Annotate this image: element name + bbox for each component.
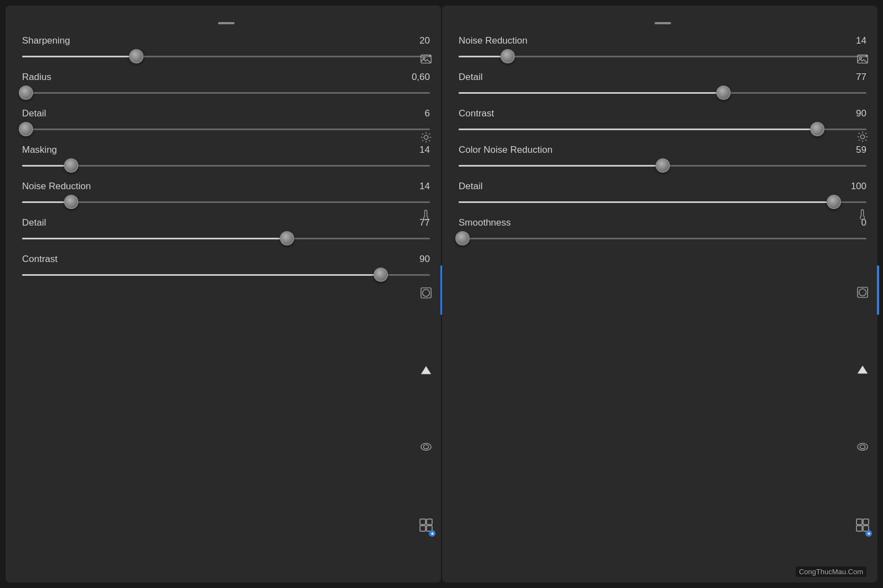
right-contrast-track[interactable] bbox=[459, 124, 866, 135]
detail-slider-row-2: Detail 77 bbox=[22, 217, 430, 244]
right-panel: Noise Reduction 14 Detail 77 Contrast 90 bbox=[442, 6, 877, 582]
mask-icon[interactable] bbox=[420, 287, 432, 301]
svg-marker-13 bbox=[421, 366, 431, 374]
scroll-top-indicator bbox=[218, 22, 235, 24]
right-lens-icon[interactable] bbox=[855, 441, 870, 455]
thermometer-icon[interactable] bbox=[421, 209, 432, 224]
right-contrast-row: Contrast 90 bbox=[459, 108, 866, 135]
svg-rect-18 bbox=[420, 526, 425, 531]
right-panel-icons: ★ bbox=[855, 6, 870, 582]
svg-line-9 bbox=[422, 140, 423, 141]
right-noise-reduction-label: Noise Reduction bbox=[459, 35, 528, 46]
svg-point-35 bbox=[860, 445, 865, 448]
right-color-noise-track[interactable] bbox=[459, 160, 866, 171]
svg-rect-16 bbox=[420, 519, 425, 525]
svg-rect-37 bbox=[863, 519, 869, 525]
masking-slider-row: Masking 14 bbox=[22, 145, 430, 171]
svg-line-30 bbox=[865, 133, 866, 134]
detail-track-1[interactable] bbox=[22, 124, 430, 135]
star-badge: ★ bbox=[429, 530, 435, 537]
sharpening-slider-row: Sharpening 20 bbox=[22, 35, 430, 62]
right-star-badge: ★ bbox=[865, 530, 872, 537]
svg-point-2 bbox=[424, 135, 428, 139]
right-noise-reduction-track[interactable] bbox=[459, 51, 866, 62]
svg-point-32 bbox=[859, 289, 866, 296]
left-panel: Sharpening 20 Radius 0,60 Detail 6 bbox=[6, 6, 442, 582]
svg-line-27 bbox=[859, 133, 860, 134]
detail-track-2[interactable] bbox=[22, 233, 430, 244]
svg-point-34 bbox=[858, 443, 868, 451]
noise-reduction-track[interactable] bbox=[22, 196, 430, 207]
right-smoothness-label: Smoothness bbox=[459, 217, 511, 228]
svg-rect-17 bbox=[427, 519, 432, 525]
radius-track[interactable] bbox=[22, 87, 430, 98]
svg-line-8 bbox=[429, 140, 430, 141]
grid-star-icon[interactable]: ★ bbox=[419, 518, 433, 534]
right-detail-track-1[interactable] bbox=[459, 87, 866, 98]
right-smoothness-track[interactable] bbox=[459, 233, 866, 244]
right-scroll-bar bbox=[877, 265, 879, 315]
svg-rect-36 bbox=[857, 519, 862, 525]
image-icon[interactable] bbox=[420, 54, 432, 68]
right-detail-label-2: Detail bbox=[459, 181, 482, 192]
contrast-track[interactable] bbox=[22, 269, 430, 280]
sharpening-track[interactable] bbox=[22, 51, 430, 62]
right-mask-icon[interactable] bbox=[857, 286, 869, 301]
right-smoothness-row: Smoothness 0 bbox=[459, 217, 866, 244]
radius-slider-row: Radius 0,60 bbox=[22, 72, 430, 98]
svg-point-22 bbox=[860, 135, 864, 138]
right-scroll-top-indicator bbox=[655, 22, 671, 24]
right-thermometer-icon[interactable] bbox=[857, 208, 868, 223]
svg-point-21 bbox=[860, 57, 862, 59]
noise-reduction-label: Noise Reduction bbox=[22, 181, 91, 192]
detail-label-2: Detail bbox=[22, 217, 46, 228]
right-detail-row-2: Detail 100 bbox=[459, 181, 866, 207]
right-sun-icon[interactable] bbox=[857, 131, 869, 145]
detail-label-1: Detail bbox=[22, 108, 46, 119]
right-color-noise-row: Color Noise Reduction 59 bbox=[459, 145, 866, 171]
left-panel-icons: ★ bbox=[419, 6, 433, 582]
svg-point-1 bbox=[423, 57, 425, 59]
masking-label: Masking bbox=[22, 145, 57, 156]
right-noise-reduction-row: Noise Reduction 14 bbox=[459, 35, 866, 62]
noise-reduction-slider-row: Noise Reduction 14 bbox=[22, 181, 430, 207]
right-detail-track-2[interactable] bbox=[459, 196, 866, 207]
masking-track[interactable] bbox=[22, 160, 430, 171]
svg-line-28 bbox=[865, 140, 866, 141]
triangle-icon[interactable] bbox=[420, 364, 432, 378]
svg-point-12 bbox=[423, 290, 430, 297]
right-grid-star-icon[interactable]: ★ bbox=[855, 518, 870, 534]
right-image-icon[interactable] bbox=[857, 54, 869, 68]
detail-slider-row-1: Detail 6 bbox=[22, 108, 430, 135]
radius-label: Radius bbox=[22, 72, 51, 83]
svg-marker-33 bbox=[858, 366, 868, 374]
svg-point-15 bbox=[423, 445, 428, 449]
svg-rect-38 bbox=[857, 526, 862, 531]
lens-icon[interactable] bbox=[419, 441, 433, 455]
svg-point-14 bbox=[421, 443, 431, 451]
svg-line-29 bbox=[859, 140, 860, 141]
svg-line-7 bbox=[422, 133, 423, 134]
right-triangle-icon[interactable] bbox=[857, 364, 869, 378]
right-color-noise-label: Color Noise Reduction bbox=[459, 145, 552, 156]
contrast-slider-row: Contrast 90 bbox=[22, 254, 430, 280]
right-detail-label-1: Detail bbox=[459, 72, 482, 83]
right-contrast-label: Contrast bbox=[459, 108, 494, 119]
contrast-label: Contrast bbox=[22, 254, 57, 265]
sharpening-label: Sharpening bbox=[22, 35, 70, 46]
right-detail-row-1: Detail 77 bbox=[459, 72, 866, 98]
svg-line-10 bbox=[429, 133, 430, 134]
watermark: CongThucMau.Com bbox=[796, 566, 866, 577]
sun-icon[interactable] bbox=[420, 131, 432, 146]
